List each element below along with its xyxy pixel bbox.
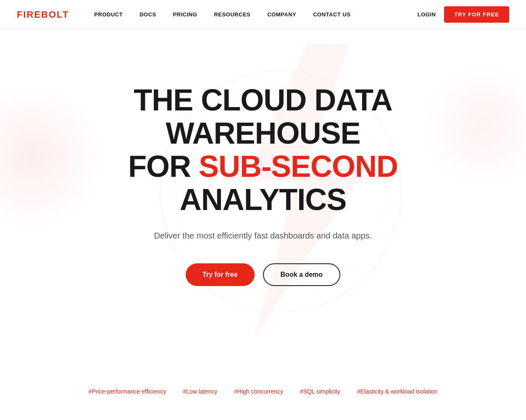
navbar: FIREBOLT PRODUCTDOCSPRICINGRESOURCESCOMP… — [0, 0, 526, 29]
login-link[interactable]: LOGIN — [418, 11, 436, 18]
nav-link-pricing[interactable]: PRICING — [165, 11, 206, 18]
tag-item[interactable]: #High concurrency — [234, 388, 283, 395]
hero-buttons: Try for free Book a demo — [186, 263, 340, 286]
hero-title: THE CLOUD DATA WAREHOUSE FOR SUB-SECOND … — [74, 84, 452, 217]
nav-link-company[interactable]: COMPANY — [259, 11, 305, 18]
tag-item[interactable]: #Elasticity & workload isolation — [357, 388, 437, 395]
hero-section: THE CLOUD DATA WAREHOUSE FOR SUB-SECOND … — [0, 29, 526, 323]
hero-title-line1: THE CLOUD DATA WAREHOUSE — [134, 83, 392, 150]
book-demo-button[interactable]: Book a demo — [263, 263, 340, 286]
logo-text: FIREBOLT — [17, 9, 69, 20]
nav-link-contact[interactable]: CONTACT US — [305, 11, 359, 18]
tag-item[interactable]: #Low latency — [183, 388, 218, 395]
nav-try-free-button[interactable]: TRY FOR FREE — [444, 6, 509, 23]
logo[interactable]: FIREBOLT — [17, 9, 69, 20]
tag-item[interactable]: #Price-performance efficiency — [89, 388, 166, 395]
tags-section: #Price-performance efficiency#Low latenc… — [0, 380, 526, 403]
try-for-free-button[interactable]: Try for free — [186, 263, 255, 286]
nav-link-resources[interactable]: RESOURCES — [205, 11, 259, 18]
tag-item[interactable]: #SQL simplicity — [300, 388, 340, 395]
hero-title-highlight: SUB-SECOND — [199, 150, 398, 183]
nav-right: LOGIN TRY FOR FREE — [418, 6, 509, 23]
nav-links: PRODUCTDOCSPRICINGRESOURCESCOMPANYCONTAC… — [86, 11, 417, 18]
hero-subtitle: Deliver the most efficiently fast dashbo… — [154, 229, 372, 242]
nav-link-product[interactable]: PRODUCT — [86, 11, 131, 18]
hero-title-line2-suffix: ANALYTICS — [180, 183, 346, 216]
hero-title-line2-prefix: FOR — [128, 150, 199, 183]
nav-link-docs[interactable]: DOCS — [131, 11, 165, 18]
